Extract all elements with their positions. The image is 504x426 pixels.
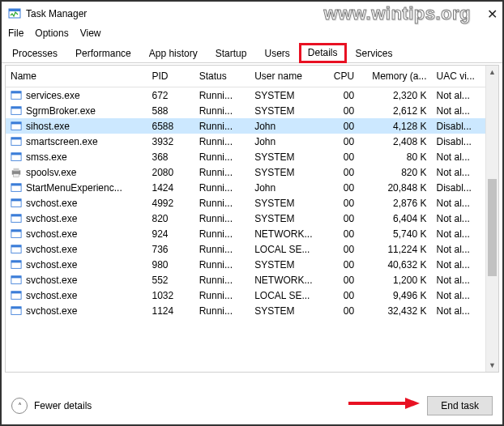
svg-rect-7 [11, 121, 21, 124]
fewer-details-toggle[interactable]: ˄ Fewer details [11, 398, 92, 414]
svg-rect-18 [11, 198, 21, 201]
process-pid: 3932 [147, 134, 194, 149]
process-icon [11, 121, 22, 132]
svg-rect-20 [11, 214, 21, 216]
svg-rect-11 [11, 152, 21, 155]
col-name[interactable]: Name [6, 66, 147, 87]
scroll-thumb[interactable] [488, 179, 497, 276]
process-status: Runni... [194, 180, 250, 195]
table-row[interactable]: svchost.exe924Runni...NETWORK...005,740 … [6, 226, 485, 241]
process-user: LOCAL SE... [250, 241, 323, 257]
process-status: Runni... [194, 241, 250, 257]
table-row[interactable]: svchost.exe4992Runni...SYSTEM002,876 KNo… [6, 195, 485, 211]
process-icon [11, 213, 22, 224]
table-row[interactable]: spoolsv.exe2080Runni...SYSTEM00820 KNot … [6, 164, 485, 180]
process-pid: 1124 [147, 303, 194, 318]
svg-rect-9 [11, 137, 21, 139]
process-icon [11, 167, 22, 178]
table-row[interactable]: svchost.exe820Runni...SYSTEM006,404 KNot… [6, 211, 485, 226]
process-user: NETWORK... [250, 226, 323, 241]
process-user: John [250, 180, 323, 195]
tab-details[interactable]: Details [299, 43, 347, 63]
table-row[interactable]: svchost.exe980Runni...SYSTEM0040,632 KNo… [6, 257, 485, 272]
process-memory: 1,200 K [359, 272, 431, 288]
window-title: Task Manager [26, 8, 87, 19]
fewer-details-label: Fewer details [34, 400, 92, 411]
tab-startup[interactable]: Startup [207, 44, 256, 63]
col-status[interactable]: Status [194, 66, 250, 87]
process-cpu: 00 [324, 226, 360, 241]
tab-performance[interactable]: Performance [66, 44, 140, 63]
process-status: Runni... [194, 226, 250, 241]
process-name: svchost.exe [26, 290, 77, 301]
process-pid: 588 [147, 103, 194, 118]
svg-rect-13 [14, 168, 19, 171]
process-memory: 2,876 K [359, 195, 431, 211]
process-icon [11, 182, 22, 194]
process-name: svchost.exe [26, 213, 77, 224]
process-uac: Disabl... [431, 180, 485, 195]
process-user: SYSTEM [250, 164, 323, 180]
svg-rect-14 [14, 173, 19, 177]
table-row[interactable]: sihost.exe6588Runni...John004,128 KDisab… [6, 118, 485, 134]
process-icon [11, 151, 22, 163]
process-uac: Not al... [431, 103, 485, 118]
process-memory: 32,432 K [359, 303, 431, 318]
process-name: services.exe [26, 90, 80, 101]
table-row[interactable]: StartMenuExperienc...1424Runni...John002… [6, 180, 485, 195]
process-table-container: Name PID Status User name CPU Memory (a.… [5, 65, 499, 373]
process-status: Runni... [194, 118, 250, 134]
process-status: Runni... [194, 195, 250, 211]
process-pid: 820 [147, 211, 194, 226]
chevron-up-icon: ˄ [11, 398, 28, 414]
titlebar: Task Manager www.wintips.org ✕ [2, 2, 502, 26]
process-memory: 80 K [359, 149, 431, 164]
col-memory[interactable]: Memory (a... [359, 66, 431, 87]
tab-apphistory[interactable]: App history [140, 44, 207, 63]
table-row[interactable]: svchost.exe1124Runni...SYSTEM0032,432 KN… [6, 303, 485, 318]
process-user: SYSTEM [250, 87, 323, 104]
table-row[interactable]: svchost.exe736Runni...LOCAL SE...0011,22… [6, 241, 485, 257]
process-status: Runni... [194, 134, 250, 149]
table-row[interactable]: smartscreen.exe3932Runni...John002,408 K… [6, 134, 485, 149]
menu-options[interactable]: Options [35, 28, 68, 39]
tab-users[interactable]: Users [255, 44, 298, 63]
annotation-arrow-icon [348, 395, 421, 411]
svg-rect-3 [11, 91, 21, 93]
table-row[interactable]: services.exe672Runni...SYSTEM002,320 KNo… [6, 87, 485, 104]
process-memory: 11,224 K [359, 241, 431, 257]
col-uac[interactable]: UAC vi... [431, 66, 485, 87]
table-row[interactable]: SgrmBroker.exe588Runni...SYSTEM002,612 K… [6, 103, 485, 118]
tab-processes[interactable]: Processes [3, 44, 66, 63]
close-icon[interactable]: ✕ [487, 6, 498, 22]
vertical-scrollbar[interactable]: ▲ ▼ [485, 66, 498, 372]
process-user: LOCAL SE... [250, 288, 323, 303]
process-uac: Not al... [431, 195, 485, 211]
process-pid: 924 [147, 226, 194, 241]
scroll-up-icon[interactable]: ▲ [486, 66, 498, 79]
col-user[interactable]: User name [250, 66, 323, 87]
table-row[interactable]: svchost.exe1032Runni...LOCAL SE...009,49… [6, 288, 485, 303]
process-pid: 1424 [147, 180, 194, 195]
table-row[interactable]: svchost.exe552Runni...NETWORK...001,200 … [6, 272, 485, 288]
menu-view[interactable]: View [80, 28, 101, 39]
watermark-text: www.wintips.org [324, 3, 471, 24]
process-name: svchost.exe [26, 244, 77, 255]
process-pid: 736 [147, 241, 194, 257]
process-status: Runni... [194, 288, 250, 303]
svg-rect-22 [11, 229, 21, 232]
process-status: Runni... [194, 211, 250, 226]
process-user: SYSTEM [250, 303, 323, 318]
col-pid[interactable]: PID [147, 66, 194, 87]
end-task-button[interactable]: End task [427, 396, 493, 415]
table-row[interactable]: smss.exe368Runni...SYSTEM0080 KNot al... [6, 149, 485, 164]
process-user: SYSTEM [250, 149, 323, 164]
process-cpu: 00 [324, 211, 360, 226]
col-cpu[interactable]: CPU [324, 66, 360, 87]
footer: ˄ Fewer details End task [2, 387, 502, 424]
process-memory: 6,404 K [359, 211, 431, 226]
scroll-down-icon[interactable]: ▼ [486, 359, 498, 372]
process-status: Runni... [194, 87, 250, 104]
menu-file[interactable]: File [8, 28, 23, 39]
tab-services[interactable]: Services [347, 44, 402, 63]
